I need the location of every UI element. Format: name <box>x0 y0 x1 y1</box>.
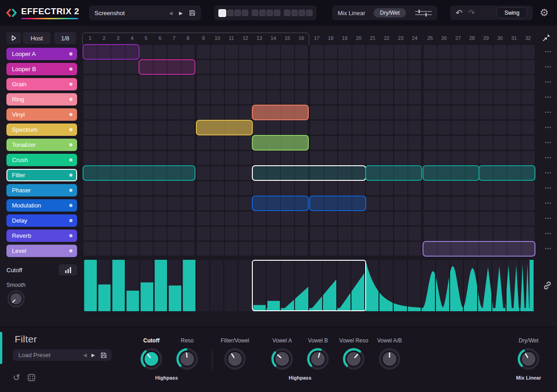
grid-cell[interactable] <box>111 242 125 256</box>
grid-cell[interactable] <box>167 121 181 134</box>
pattern-block-filter[interactable] <box>479 165 535 181</box>
grid-cell[interactable] <box>352 151 366 165</box>
grid-cell[interactable] <box>139 75 153 89</box>
effect-preset-next-button[interactable]: ▶ <box>91 353 95 358</box>
track-vinyl[interactable]: Vinyl <box>6 108 77 121</box>
track-looper-b[interactable]: Looper B <box>6 63 77 75</box>
grid-cell[interactable] <box>423 75 437 89</box>
grid-cell[interactable] <box>253 181 266 195</box>
grid-cell[interactable] <box>338 181 351 195</box>
grid-cell[interactable] <box>197 166 210 180</box>
grid-cell[interactable] <box>338 45 351 59</box>
grid-cell[interactable] <box>111 227 125 241</box>
grid-cell[interactable] <box>352 227 366 241</box>
grid-cell[interactable] <box>408 45 422 59</box>
grid-cell[interactable] <box>126 196 139 210</box>
grid-cell[interactable] <box>267 45 280 59</box>
track-ring[interactable]: Ring <box>6 93 77 106</box>
grid-cell[interactable] <box>139 181 153 195</box>
grid-cell[interactable] <box>225 196 238 210</box>
grid-cell[interactable] <box>239 106 252 119</box>
reset-icon[interactable]: ↺ <box>13 372 20 383</box>
row-menu-dots[interactable] <box>545 51 551 52</box>
grid-cell[interactable] <box>352 106 366 119</box>
grid-cell[interactable] <box>438 121 451 134</box>
cutoff-knob[interactable] <box>131 345 172 373</box>
grid-cell[interactable] <box>295 242 308 256</box>
track-active-dot[interactable] <box>69 113 72 116</box>
grid-cell[interactable] <box>167 75 181 89</box>
grid-cell[interactable] <box>522 106 535 119</box>
grid-cell[interactable] <box>154 106 167 119</box>
mix-slider-icon[interactable] <box>415 10 432 16</box>
grid-cell[interactable] <box>366 242 379 256</box>
grid-cell[interactable] <box>211 90 224 104</box>
grid-cell[interactable] <box>394 136 407 150</box>
grid-cell[interactable] <box>394 90 407 104</box>
grid-cell[interactable] <box>84 60 97 74</box>
grid-cell[interactable] <box>253 90 266 104</box>
grid-cell[interactable] <box>225 242 238 256</box>
grid-cell[interactable] <box>394 60 407 74</box>
grid-cell[interactable] <box>338 106 351 119</box>
grid-cell[interactable] <box>522 90 535 104</box>
grid-cell[interactable] <box>522 121 535 134</box>
grid-cell[interactable] <box>182 151 195 165</box>
grid-cell[interactable] <box>423 196 437 210</box>
pattern-slot-3[interactable] <box>234 10 241 16</box>
grid-cell[interactable] <box>167 242 181 256</box>
grid-cell[interactable] <box>154 90 167 104</box>
track-active-dot[interactable] <box>69 83 72 86</box>
grid-cell[interactable] <box>295 212 308 225</box>
track-crush[interactable]: Crush <box>6 154 77 166</box>
grid-cell[interactable] <box>253 121 266 134</box>
track-active-dot[interactable] <box>69 234 72 237</box>
grid-cell[interactable] <box>466 45 479 59</box>
grid-cell[interactable] <box>167 227 181 241</box>
grid-cell[interactable] <box>338 75 351 89</box>
grid-cell[interactable] <box>494 181 507 195</box>
grid-cell[interactable] <box>423 136 437 150</box>
grid-cell[interactable] <box>310 242 323 256</box>
grid-cell[interactable] <box>366 45 379 59</box>
grid-cell[interactable] <box>98 121 111 134</box>
grid-cell[interactable] <box>154 151 167 165</box>
grid-cell[interactable] <box>267 90 280 104</box>
grid-cell[interactable] <box>366 121 379 134</box>
pattern-block-spectrum[interactable] <box>196 120 253 135</box>
grid-cell[interactable] <box>451 45 465 59</box>
grid-cell[interactable] <box>211 106 224 119</box>
grid-cell[interactable] <box>366 136 379 150</box>
grid-cell[interactable] <box>324 227 338 241</box>
grid-cell[interactable] <box>466 181 479 195</box>
grid-cell[interactable] <box>126 212 139 225</box>
grid-cell[interactable] <box>466 227 479 241</box>
grid-cell[interactable] <box>239 60 252 74</box>
grid-cell[interactable] <box>281 90 294 104</box>
track-active-dot[interactable] <box>69 143 72 146</box>
grid-cell[interactable] <box>126 121 139 134</box>
grid-cell[interactable] <box>507 45 521 59</box>
grid-cell[interactable] <box>338 60 351 74</box>
grid-cell[interactable] <box>394 196 407 210</box>
grid-cell[interactable] <box>98 212 111 225</box>
grid-cell[interactable] <box>126 106 139 119</box>
preset-prev-button[interactable]: ◀ <box>169 11 173 16</box>
grid-cell[interactable] <box>84 227 97 241</box>
row-menu-dots[interactable] <box>545 233 551 234</box>
grid-cell[interactable] <box>197 75 210 89</box>
grid-cell[interactable] <box>211 60 224 74</box>
pattern-block-filter[interactable] <box>83 165 195 181</box>
grid-cell[interactable] <box>267 121 280 134</box>
pattern-slot-7[interactable] <box>267 10 273 16</box>
row-menu-dots[interactable] <box>545 112 551 113</box>
grid-cell[interactable] <box>267 75 280 89</box>
grid-cell[interactable] <box>154 242 167 256</box>
grid-cell[interactable] <box>451 75 465 89</box>
row-menu-dots[interactable] <box>545 157 551 158</box>
grid-cell[interactable] <box>139 242 153 256</box>
track-active-dot[interactable] <box>69 189 72 192</box>
grid-cell[interactable] <box>479 181 493 195</box>
grid-cell[interactable] <box>310 106 323 119</box>
track-level[interactable]: Level <box>6 245 77 257</box>
